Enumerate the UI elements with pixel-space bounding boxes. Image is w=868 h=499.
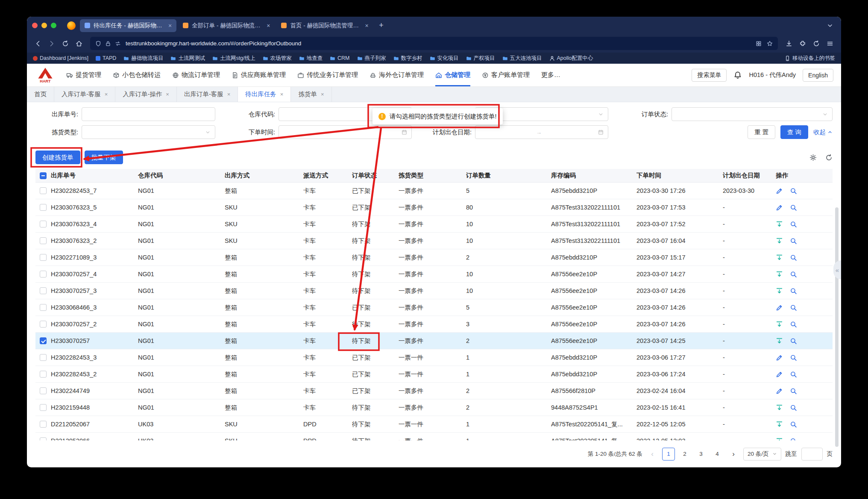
row-checkbox[interactable] bbox=[40, 287, 47, 294]
bell-icon[interactable] bbox=[733, 71, 742, 80]
reload-button[interactable] bbox=[59, 38, 71, 50]
takedown-icon[interactable] bbox=[776, 287, 783, 295]
menu-item-供应商账单管理[interactable]: 供应商账单管理 bbox=[232, 64, 286, 86]
table-row[interactable]: H2302159448NG01整箱卡车待下架一票多件29448A8752S4P1… bbox=[35, 399, 833, 416]
tab-list-button[interactable] bbox=[824, 20, 836, 32]
tab-close-icon[interactable]: × bbox=[365, 22, 368, 29]
order-time-datepicker[interactable] bbox=[279, 125, 412, 139]
browser-tab[interactable]: 全部订单 - 赫德国际物流订舱系统× bbox=[178, 19, 275, 32]
page-button-4[interactable]: 4 bbox=[711, 448, 724, 461]
edit-icon[interactable] bbox=[776, 304, 783, 311]
table-row[interactable]: H2302271089_3NG01整箱卡车待下架一票多件2A875ebdd321… bbox=[35, 249, 833, 266]
forward-button[interactable] bbox=[46, 38, 58, 50]
table-row[interactable]: H2303076323_5NG01SKU卡车已下架一票多件80A875Test3… bbox=[35, 199, 833, 216]
row-checkbox[interactable] bbox=[40, 271, 47, 278]
takedown-icon[interactable] bbox=[776, 404, 783, 411]
bookmark-item[interactable]: CRM bbox=[330, 55, 349, 61]
batch-offshelf-button[interactable]: 批量下架 bbox=[85, 151, 123, 164]
table-row[interactable]: H2303070257_2NG01整箱卡车待下架一票多件3A87556ee2e1… bbox=[35, 316, 833, 333]
table-row[interactable]: H2303068466_3NG01整箱卡车已下架一票多件5A87556ee2e1… bbox=[35, 299, 833, 316]
menu-item-小包仓储转运[interactable]: 小包仓储转运 bbox=[113, 64, 161, 86]
row-checkbox[interactable] bbox=[40, 221, 47, 227]
page-button-1[interactable]: 1 bbox=[662, 448, 675, 461]
row-checkbox[interactable] bbox=[40, 204, 47, 211]
table-row[interactable]: H2302244749NG01整箱卡车已下架一票多件2A875566f2810P… bbox=[35, 383, 833, 399]
row-checkbox[interactable] bbox=[40, 437, 47, 440]
close-icon[interactable]: × bbox=[105, 91, 108, 97]
home-button[interactable] bbox=[73, 38, 85, 50]
row-checkbox[interactable] bbox=[40, 321, 47, 328]
row-checkbox[interactable] bbox=[40, 254, 47, 261]
close-icon[interactable]: × bbox=[227, 91, 231, 97]
table-row[interactable]: H2303076323_4NG01SKU卡车待下架一票多件10A875Test3… bbox=[35, 216, 833, 233]
tab-close-icon[interactable]: × bbox=[267, 22, 270, 29]
close-icon[interactable]: × bbox=[280, 91, 284, 97]
page-size-select[interactable]: 20 条/页 bbox=[743, 448, 781, 461]
row-checkbox[interactable] bbox=[40, 371, 47, 378]
prev-page-button[interactable]: ‹ bbox=[647, 448, 658, 461]
table-row[interactable]: H2302282453_2NG01整箱卡车已下架一票一件1A875ebdd321… bbox=[35, 366, 833, 383]
row-checkbox[interactable] bbox=[40, 404, 47, 411]
page-button-3[interactable]: 3 bbox=[695, 448, 707, 461]
search-icon[interactable] bbox=[790, 221, 797, 228]
bookmark-item[interactable]: 土流网测试 bbox=[170, 55, 205, 62]
takedown-icon[interactable] bbox=[776, 337, 783, 345]
search-menu-button[interactable]: 搜索菜单 bbox=[692, 69, 727, 82]
minimize-window-button[interactable] bbox=[41, 23, 47, 28]
takedown-icon[interactable] bbox=[776, 321, 783, 328]
search-icon[interactable] bbox=[790, 387, 797, 395]
table-scrollbar[interactable] bbox=[835, 207, 839, 447]
bookmark-item[interactable]: 农场管家 bbox=[263, 55, 292, 62]
takedown-icon[interactable] bbox=[776, 421, 783, 428]
zoom-window-button[interactable] bbox=[51, 23, 56, 28]
downloads-button[interactable] bbox=[783, 38, 795, 50]
takedown-icon[interactable] bbox=[776, 437, 783, 441]
search-icon[interactable] bbox=[790, 271, 797, 278]
new-tab-button[interactable]: + bbox=[376, 20, 387, 31]
browser-tab[interactable]: 待出库任务 - 赫德国际物流管理系× bbox=[80, 19, 176, 32]
bookmark-item[interactable]: 土流网stg/线上 bbox=[212, 55, 255, 62]
close-window-button[interactable] bbox=[32, 23, 38, 28]
close-icon[interactable]: × bbox=[166, 91, 169, 97]
edit-icon[interactable] bbox=[776, 204, 783, 211]
browser-tab[interactable]: 首页 - 赫德国际物流管理系统后台× bbox=[276, 19, 373, 32]
search-icon[interactable] bbox=[790, 321, 797, 328]
bookmark-item[interactable]: 燕子到家 bbox=[357, 55, 386, 62]
query-button[interactable]: 查 询 bbox=[780, 125, 808, 139]
search-icon[interactable] bbox=[790, 437, 797, 441]
search-icon[interactable] bbox=[790, 304, 797, 311]
language-button[interactable]: English bbox=[803, 69, 833, 82]
next-page-button[interactable]: › bbox=[728, 448, 739, 461]
table-row[interactable]: H2303070257NG01整箱卡车待下架一票多件2A87556ee2e10P… bbox=[35, 333, 833, 349]
edit-icon[interactable] bbox=[776, 371, 783, 378]
page-tab-待出库任务[interactable]: 待出库任务× bbox=[238, 87, 291, 102]
bookmark-item[interactable]: 五大连池项目 bbox=[502, 55, 542, 62]
table-row[interactable]: H2302282453_7NG01整箱卡车已下架一票多件5A875ebdd321… bbox=[35, 183, 833, 199]
bookmark-item[interactable]: Apollo配置中心 bbox=[549, 55, 593, 62]
bookmark-item[interactable]: 地查查 bbox=[299, 55, 323, 62]
takedown-icon[interactable] bbox=[776, 254, 783, 261]
apps-grid-icon[interactable] bbox=[756, 41, 762, 47]
collapse-panel-handle[interactable]: « bbox=[833, 260, 841, 279]
page-tab-出库订单-客服[interactable]: 出库订单-客服× bbox=[177, 87, 238, 102]
row-checkbox[interactable] bbox=[40, 237, 47, 244]
table-row[interactable]: H2302282453_3NG01整箱卡车已下架一票一件1A875ebdd321… bbox=[35, 349, 833, 366]
bookmark-item[interactable]: 数字乡村 bbox=[393, 55, 422, 62]
outbound-no-input[interactable] bbox=[82, 107, 215, 121]
search-icon[interactable] bbox=[790, 254, 797, 261]
search-icon[interactable] bbox=[790, 404, 797, 411]
takedown-icon[interactable] bbox=[776, 221, 783, 228]
table-row[interactable]: D2212052066UK03SKUDPD待下架一票一件1A875Test202… bbox=[35, 433, 833, 440]
order-status-select[interactable] bbox=[672, 107, 833, 121]
address-bar[interactable]: testtrunkbookingmgr.hart-worldwide.com/#… bbox=[90, 37, 778, 50]
search-icon[interactable] bbox=[790, 204, 797, 211]
row-checkbox[interactable] bbox=[40, 304, 47, 311]
bookmark-item[interactable]: 产权项目 bbox=[466, 55, 495, 62]
create-picking-button[interactable]: 创建拣货单 bbox=[35, 151, 80, 164]
row-checkbox[interactable] bbox=[40, 387, 47, 394]
edit-icon[interactable] bbox=[776, 187, 783, 195]
table-row[interactable]: D2212052067UK03SKUDPD待下架一票一件1A875Test202… bbox=[35, 416, 833, 433]
extensions-button[interactable] bbox=[797, 38, 809, 50]
bookmark-item[interactable]: TAPD bbox=[96, 55, 116, 61]
menu-item-客户账单管理[interactable]: 客户账单管理 bbox=[482, 64, 530, 86]
